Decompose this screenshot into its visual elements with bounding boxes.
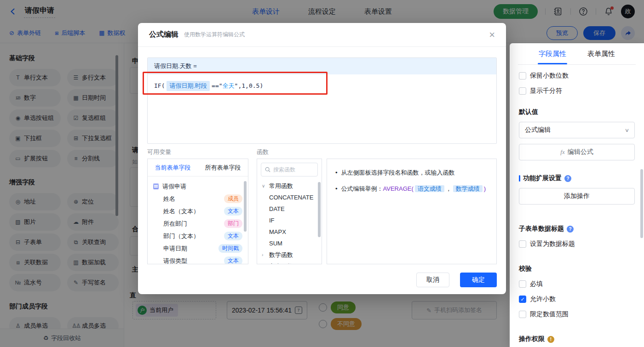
variables-panel: 当前表单字段 所有表单字段 请假申请 姓名成员 姓名（文本）文本 所在部门部门 …	[147, 159, 248, 264]
function-item[interactable]: IF	[257, 215, 322, 226]
chevron-down-icon: ∨	[625, 127, 629, 133]
permission-header: 操作权限 !	[519, 335, 635, 343]
function-group-common[interactable]: ∨常用函数	[257, 180, 322, 192]
variable-row[interactable]: 部门（文本）文本	[148, 230, 248, 242]
extension-settings-header: 功能扩展设置 ?	[519, 174, 635, 182]
variables-scrollbar[interactable]	[244, 181, 247, 232]
tab-all-form-fields[interactable]: 所有表单字段	[198, 159, 248, 176]
modal-subtitle: 使用数学运算符编辑公式	[184, 31, 245, 39]
tips-panel: • 从左侧面板选择字段名和函数，或输入函数 • 公式编辑举例：AVERAGE(语…	[327, 159, 497, 264]
function-item[interactable]: SUM	[257, 238, 322, 249]
thousand-separator-checkbox[interactable]: ✓	[519, 87, 526, 95]
limit-range-checkbox-row[interactable]: ✓ 限定数值范围	[519, 310, 635, 319]
chevron-right-icon: ›	[262, 264, 266, 264]
default-value-select[interactable]: 公式编辑 ∨	[519, 122, 635, 138]
close-icon[interactable]: ×	[489, 30, 495, 40]
search-icon	[265, 167, 270, 172]
functions-scrollbar[interactable]	[318, 182, 321, 237]
type-badge: 文本	[224, 256, 242, 264]
cancel-button[interactable]: 取消	[416, 273, 449, 287]
search-input[interactable]	[273, 166, 313, 173]
variable-row[interactable]: 申请日期时间戳	[148, 242, 248, 255]
subform-title-header: 子表单数据标题 ?	[519, 225, 635, 233]
formula-function: IF(	[154, 82, 165, 89]
formula-editor-modal: 公式编辑 使用数学运算符编辑公式 × 请假日期.天数 = IF(请假日期.时段=…	[138, 23, 506, 294]
function-group-text[interactable]: ›文本函数	[257, 261, 322, 264]
add-action-button[interactable]: 添加操作	[519, 188, 635, 205]
form-doc-icon	[153, 183, 159, 189]
tab-current-form-fields[interactable]: 当前表单字段	[148, 159, 198, 176]
edit-formula-button[interactable]: fx 编辑公式	[519, 144, 635, 160]
keep-decimal-checkbox-row[interactable]: ✓ 保留小数位数	[519, 72, 635, 80]
allow-decimal-checkbox-row[interactable]: ✓ 允许小数	[519, 295, 635, 303]
type-badge: 部门	[224, 219, 242, 228]
set-data-title-checkbox[interactable]: ✓	[519, 240, 526, 248]
tip-line: • 从左侧面板选择字段名和函数，或输入函数	[335, 168, 488, 178]
thousand-separator-checkbox-row[interactable]: ✓ 显示千分符	[519, 87, 635, 95]
function-item[interactable]: DATE	[257, 203, 322, 215]
tab-form-properties[interactable]: 表单属性	[587, 43, 615, 64]
required-checkbox[interactable]: ✓	[519, 280, 526, 288]
help-icon[interactable]: ?	[564, 175, 571, 182]
function-search[interactable]	[261, 163, 318, 176]
allow-decimal-checkbox[interactable]: ✓	[519, 296, 526, 303]
formula-target: 请假日期.天数 =	[148, 58, 496, 74]
variable-row[interactable]: 请假类型文本	[148, 255, 248, 264]
variables-list: 请假申请 姓名成员 姓名（文本）文本 所在部门部门 部门（文本）文本 申请日期时…	[148, 176, 248, 264]
window-scrollbar[interactable]	[640, 169, 643, 238]
formula-operator: =="	[212, 82, 222, 89]
chevron-right-icon: ›	[262, 252, 266, 257]
section-bar	[519, 175, 520, 182]
variable-root[interactable]: 请假申请	[148, 180, 248, 193]
fx-icon: fx	[560, 148, 564, 156]
field-token[interactable]: 请假日期.时段	[167, 81, 210, 91]
functions-label: 函数	[257, 148, 269, 156]
tab-field-properties[interactable]: 字段属性	[539, 43, 566, 64]
default-value-label: 默认值	[519, 108, 635, 116]
validation-header: 校验	[519, 265, 635, 273]
help-icon[interactable]: ?	[567, 226, 574, 233]
type-badge: 时间戳	[218, 244, 242, 253]
formula-tail: ",1,0.5)	[235, 82, 264, 89]
functions-panel: ∨常用函数 CONCATENATE DATE IF MAPX SUM ›数学函数…	[257, 159, 322, 264]
chevron-down-icon: ∨	[262, 183, 266, 188]
limit-range-checkbox[interactable]: ✓	[519, 311, 526, 318]
function-item[interactable]: MAPX	[257, 226, 322, 238]
tip-example-line: • 公式编辑举例：AVERAGE(语文成绩，数学成绩)	[335, 184, 488, 194]
variables-tabs: 当前表单字段 所有表单字段	[148, 159, 248, 176]
properties-panel: 字段属性 表单属性 ✓ 保留小数位数 ✓ 显示千分符 默认值 公式编辑 ∨ fx…	[510, 43, 644, 347]
required-checkbox-row[interactable]: ✓ 必填	[519, 280, 635, 288]
panel-tabs: 字段属性 表单属性	[519, 43, 635, 64]
confirm-button[interactable]: 确定	[460, 273, 497, 287]
formula-block: 请假日期.天数 = IF(请假日期.时段=="全天",1,0.5)	[147, 57, 497, 144]
app-window: 请假申请 表单设计 流程设定 表单设置 数据管理 政 ⊘表单	[0, 0, 644, 347]
example-field-chip: 数学成绩	[453, 185, 483, 192]
example-field-chip: 语文成绩	[415, 185, 444, 192]
modal-title: 公式编辑	[149, 30, 178, 40]
variables-label: 可用变量	[147, 148, 171, 156]
function-item[interactable]: CONCATENATE	[257, 192, 322, 203]
warning-icon: !	[547, 336, 554, 343]
function-group-math[interactable]: ›数学函数	[257, 249, 322, 261]
modal-header: 公式编辑 使用数学运算符编辑公式 ×	[138, 23, 506, 47]
divider	[518, 64, 636, 65]
set-data-title-checkbox-row[interactable]: ✓ 设置为数据标题	[519, 240, 635, 248]
type-badge: 文本	[224, 232, 242, 240]
variable-row[interactable]: 姓名成员	[148, 193, 248, 205]
type-badge: 成员	[224, 194, 242, 203]
variable-row[interactable]: 所在部门部门	[148, 217, 248, 230]
formula-string: 全天	[223, 82, 235, 89]
keep-decimal-checkbox[interactable]: ✓	[519, 72, 526, 80]
variable-row[interactable]: 姓名（文本）文本	[148, 205, 248, 217]
example-function: AVERAGE(	[383, 185, 414, 192]
formula-editor[interactable]: IF(请假日期.时段=="全天",1,0.5)	[148, 74, 496, 97]
type-badge: 文本	[224, 207, 242, 216]
